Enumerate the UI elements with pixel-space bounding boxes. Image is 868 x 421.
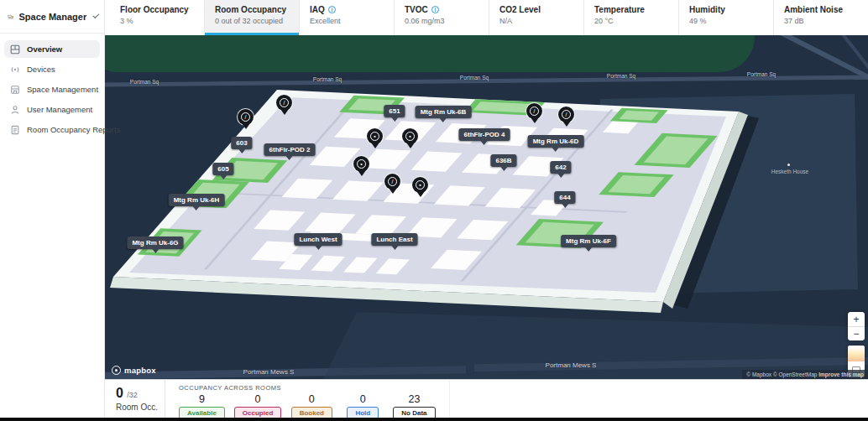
metric-label: Humidity — [689, 5, 763, 14]
floorplan-3d — [105, 35, 868, 379]
room-label[interactable]: Mtg Rm Uk-6G — [127, 236, 183, 249]
signal-pin[interactable]: • — [353, 156, 369, 172]
status-occupied: 0 Occupied — [234, 393, 281, 419]
pin-icon: ▪ — [405, 132, 415, 141]
app-logo-icon — [8, 11, 13, 23]
sensor-pin[interactable]: / — [238, 109, 254, 125]
report-icon — [10, 125, 20, 135]
street-label-portman-mews: Portman Mews S — [243, 368, 295, 376]
street-label-portman-mews: Portman Mews S — [546, 361, 597, 369]
metric-tab-temperature[interactable]: Temperature 20 °C — [583, 0, 678, 35]
mapbox-logo[interactable]: mapbox — [112, 366, 156, 375]
sidebar-item-devices[interactable]: Devices — [4, 60, 100, 78]
room-label[interactable]: 6thFlr-POD 4 — [459, 128, 510, 141]
mapbox-wordmark: mapbox — [124, 366, 156, 375]
metric-value: Excellent — [310, 17, 384, 25]
sidebar-item-space-management[interactable]: Space Management — [4, 81, 100, 98]
sidebar-item-user-management[interactable]: User Management — [4, 101, 100, 118]
map-zoom-controls: + − — [848, 312, 865, 340]
metric-tab-tvoc[interactable]: TVOC 0.06 mg/m3 — [394, 0, 489, 35]
metric-label: Floor Occupancy — [120, 5, 194, 14]
metric-tab-ambient-noise[interactable]: Ambient Noise 37 dB — [773, 0, 868, 35]
metric-tab-humidity[interactable]: Humidity 49 % — [678, 0, 773, 35]
zoom-out-button[interactable]: − — [848, 326, 865, 340]
poi-dot — [787, 164, 790, 166]
metric-tab-floor-occupancy[interactable]: Floor Occupancy 3 % — [105, 0, 204, 35]
occupancy-across-rooms: OCCUPANCY ACROSS ROOMS 9 Available 0 Occ… — [165, 380, 450, 418]
room-label[interactable]: Mtg Rm Uk-6F — [561, 235, 616, 247]
metric-tab-co2-level[interactable]: CO2 Level N/A — [489, 0, 583, 35]
status-count: 0 — [360, 393, 366, 405]
metric-value: 37 dB — [784, 17, 858, 25]
dashboard-icon — [10, 44, 20, 55]
sensor-pin[interactable]: / — [384, 174, 400, 190]
street-label-portman-sq: Portman Sq — [607, 73, 635, 79]
sidebar-item-room-occupancy-reports[interactable]: Room Occupancy Reports — [4, 121, 100, 138]
status-count: 0 — [255, 393, 261, 405]
map-canvas[interactable]: Portman Sq Portman Sq Portman Sq Portman… — [105, 35, 868, 379]
sensor-pin[interactable]: / — [276, 95, 292, 111]
device-pin[interactable]: ▪ — [367, 128, 383, 144]
pin-icon: / — [530, 107, 539, 116]
sensor-pin[interactable]: / — [526, 103, 542, 119]
device-pin[interactable]: ▪ — [412, 177, 428, 193]
sidebar-nav: Overview Devices Space Management Us — [0, 34, 104, 148]
metrics-bar: Floor Occupancy 3 % Room Occupancy 0 out… — [105, 0, 868, 35]
occupancy-title: OCCUPANCY ACROSS ROOMS — [179, 384, 436, 392]
room-occ-label: Room Occ. — [116, 403, 165, 412]
user-icon — [10, 105, 20, 115]
room-label[interactable]: 605 — [212, 163, 233, 175]
chevron-down-icon[interactable] — [93, 12, 100, 18]
metric-tab-iaq[interactable]: IAQ Excellent — [299, 0, 394, 35]
sidebar-item-label: Devices — [27, 65, 55, 74]
status-count: 9 — [199, 393, 205, 405]
status-hold: 0 Hold — [342, 393, 384, 419]
street-label-portman-sq: Portman Sq — [130, 79, 159, 85]
room-label[interactable]: Mtg Rm Uk-6D — [528, 135, 584, 148]
metric-tab-room-occupancy[interactable]: Room Occupancy 0 out of 32 occupied — [204, 0, 299, 35]
status-count: 23 — [408, 393, 420, 405]
metric-label: Temperature — [594, 5, 668, 14]
sidebar-header: Space Manager — [0, 0, 104, 34]
room-label[interactable]: Lunch West — [294, 233, 342, 246]
pin-icon: / — [388, 177, 397, 186]
room-label[interactable]: 6thFlr-POD 2 — [264, 143, 316, 156]
metric-value: 20 °C — [594, 17, 668, 25]
pin-icon: / — [562, 110, 571, 119]
mapbox-icon — [112, 366, 121, 375]
status-available: 9 Available — [179, 393, 225, 419]
zoom-in-button[interactable]: + — [848, 312, 865, 326]
metric-label: Ambient Noise — [784, 5, 858, 14]
sidebar-item-overview[interactable]: Overview — [4, 40, 100, 58]
room-label[interactable]: Mtg Rm Uk-6H — [169, 194, 225, 206]
room-label[interactable]: 642 — [550, 161, 571, 174]
info-icon[interactable] — [431, 6, 439, 13]
improve-this-map-link[interactable]: Improve this map — [818, 372, 864, 377]
room-label[interactable]: 603 — [231, 137, 252, 149]
room-label[interactable]: 636B — [490, 154, 516, 167]
sidebar-item-label: Overview — [27, 44, 62, 54]
app-title: Space Manager — [18, 12, 86, 22]
room-label[interactable]: 644 — [554, 191, 575, 204]
map-attribution: © Mapbox © OpenStreetMap Improve this ma… — [742, 370, 868, 379]
metric-value: 0.06 mg/m3 — [405, 17, 478, 25]
street-label-portman-sq: Portman Sq — [460, 75, 489, 81]
room-occ-count: 0 — [116, 386, 123, 400]
sidebar-item-label: User Management — [27, 105, 92, 114]
signal-icon — [10, 65, 20, 75]
room-label[interactable]: 651 — [384, 105, 405, 117]
metric-label: CO2 Level — [499, 5, 573, 14]
pin-icon: / — [280, 98, 289, 107]
sensor-pin[interactable]: / — [558, 107, 574, 122]
metric-value: 49 % — [689, 17, 763, 25]
info-icon[interactable] — [328, 6, 336, 13]
metric-value: 3 % — [120, 17, 194, 25]
device-pin[interactable]: ▪ — [402, 128, 418, 144]
map-style-thumbnail — [848, 346, 865, 361]
room-label[interactable]: Mtg Rm Uk-6B — [416, 106, 472, 118]
pin-icon: / — [241, 112, 250, 122]
space-manager-app: Space Manager Overview Devices — [0, 0, 868, 421]
status-booked: 0 Booked — [290, 393, 332, 419]
room-label[interactable]: Lunch East — [371, 233, 417, 246]
status-count: 0 — [309, 393, 315, 405]
